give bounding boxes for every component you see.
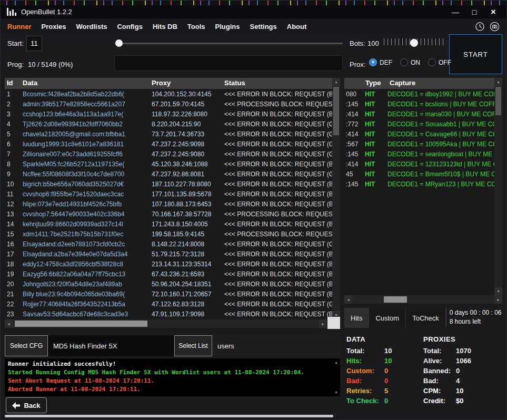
hits-col-blank[interactable]	[344, 78, 363, 89]
prox-option-label-off: OFF	[439, 59, 451, 66]
log-vertical-scrollbar[interactable]: ▲ ▼	[333, 358, 340, 396]
bots-slider-thumb[interactable]	[410, 39, 418, 47]
hits-scrollbar-thumb[interactable]	[495, 87, 501, 115]
log-scroll-up-arrow[interactable]: ▲	[332, 358, 340, 366]
radio-icon-off[interactable]	[428, 58, 436, 66]
menu-item-configs[interactable]: Configs	[117, 23, 142, 31]
results-row[interactable]: 12hlipe:073e7edd14931bf4526c75bfb107.180…	[5, 199, 332, 209]
menu-item-plugins[interactable]: Plugins	[215, 23, 240, 31]
hits-scroll-right-arrow[interactable]: ►	[494, 295, 502, 304]
menu-item-proxies[interactable]: Proxies	[42, 23, 66, 31]
results-hscrollbar-thumb[interactable]	[15, 321, 147, 327]
menu-item-settings[interactable]: Settings	[250, 23, 276, 31]
results-row[interactable]: 18eddy12:4758ca3df2856cbf538f28c8213.14.…	[5, 259, 332, 269]
menu-item-tools[interactable]: Tools	[187, 23, 205, 31]
hits-col-capture[interactable]: Capture	[387, 78, 494, 89]
results-vertical-scrollbar[interactable]: ▲ ▼	[332, 78, 340, 319]
results-col-id[interactable]: Id	[5, 78, 21, 89]
results-row[interactable]: 16Elsayadand:d2eeb7881073cfd0cb2c8.148.2…	[5, 239, 332, 249]
log-horizontal-scrollbar[interactable]	[5, 415, 333, 417]
tab-tocheck[interactable]: ToCheck	[406, 308, 446, 328]
hit-cell-capture: DECODE1 = dboy1992 | BUY ME COFFEE	[387, 91, 494, 98]
close-button[interactable]: ×	[486, 7, 500, 17]
hit-row[interactable]: :145HITDECODE1 = MRyan123 | BUY ME COFFE…	[344, 179, 494, 189]
results-row[interactable]: 8SparkleM05:fc26b52712a1197135e(45.120.3…	[5, 159, 332, 169]
hit-row[interactable]: :145HITDECODE1 = bcslions | BUY ME COFFE…	[344, 99, 494, 109]
tab-custom[interactable]: Custom	[369, 308, 406, 328]
hits-scroll-up-arrow[interactable]: ▲	[494, 78, 502, 86]
hit-row[interactable]: 080HITDECODE1 = dboy1992 | BUY ME COFFEE	[344, 89, 494, 99]
results-row[interactable]: 22Rojjer77:40684fa26f3643522413b5a47.122…	[5, 299, 332, 309]
radio-icon-on[interactable]	[400, 58, 408, 66]
select-cfg-button[interactable]: Select CFG	[5, 335, 48, 356]
hit-row[interactable]: :145HITDECODE1 = seanlongboat | BUY ME C…	[344, 149, 494, 159]
hit-row[interactable]: :414HITDECODE1 = 123123123td | BUY ME CO…	[344, 159, 494, 169]
hits-panel: TypeCapture 080HITDECODE1 = dboy1992 | B…	[344, 78, 502, 295]
menu-item-wordlists[interactable]: Wordlists	[76, 23, 107, 31]
menu-item-runner[interactable]: Runner	[7, 23, 32, 31]
prox-option-off[interactable]: OFF	[428, 58, 451, 66]
results-row[interactable]: 7Zillionaire007:e0c73add619255fcff647.23…	[5, 149, 332, 159]
bots-slider[interactable]	[384, 36, 444, 50]
hit-row[interactable]: :414HITDECODE1 = Csavage66 | BUY ME COFF…	[344, 129, 494, 139]
results-scrollbar-thumb[interactable]	[333, 87, 339, 135]
hits-horizontal-scrollbar[interactable]: ◄ ►	[344, 295, 502, 304]
results-row[interactable]: 9Ncffee:55f08608f3d3f10c4c7de870047.237.…	[5, 169, 332, 179]
results-row[interactable]: 2admin:39b5177e82858ecc5661a20767.201.59…	[5, 99, 332, 109]
scroll-left-arrow[interactable]: ◄	[5, 319, 13, 328]
results-row[interactable]: 6luudung1999:31c8e6101e7a83618147.237.2.…	[5, 139, 332, 149]
hit-row[interactable]: :414HITDECODE1 = maria030 | BUY ME COFFE…	[344, 109, 494, 119]
results-horizontal-scrollbar[interactable]: ◄ ►	[5, 319, 327, 328]
start-input[interactable]: 11	[26, 36, 42, 51]
prox-option-on[interactable]: ON	[400, 58, 420, 66]
clock-icon[interactable]	[474, 21, 485, 32]
cell-data: cvvshop7:56447e90033e402c336b4	[21, 211, 150, 218]
hit-row[interactable]: :772HITDECODE1 = Sosasabb1 | BUY ME COFF…	[344, 119, 494, 129]
hits-col-type[interactable]: Type	[363, 78, 387, 89]
radio-icon-def[interactable]	[369, 58, 377, 66]
stat-value-banned: 0	[456, 366, 460, 376]
hit-row[interactable]: :567HITDECODE1 = 100595Aka | BUY ME COFF…	[344, 139, 494, 149]
results-row[interactable]: 23Savsav53:5d64acbc67de68c3cad3e347.91.1…	[5, 309, 332, 319]
tab-hits[interactable]: Hits	[344, 308, 369, 328]
results-row[interactable]: 11cvvshop6:f955fbe73e1520daec3cac177.101…	[5, 189, 332, 199]
results-row[interactable]: 15xdm1411:7be2521fb75b15b731f0ec199.58.1…	[5, 229, 332, 239]
scroll-up-arrow[interactable]: ▲	[332, 78, 340, 86]
results-col-status[interactable]: Status	[222, 78, 332, 89]
back-button[interactable]: Back	[6, 397, 47, 413]
results-col-data[interactable]: Data	[21, 78, 150, 89]
stat-value-cpm: 10	[456, 386, 463, 396]
skip-slider[interactable]	[114, 39, 343, 47]
titlebar[interactable]: OpenBullet 1.2.2 — □ ×	[1, 5, 506, 18]
minimize-button[interactable]: —	[449, 7, 462, 17]
results-row[interactable]: 5chavela2182005@gmail.com:bfbba173.7.201…	[5, 129, 332, 139]
results-row[interactable]: 13cvvshop7:56447e90033e402c336b470.166.1…	[5, 209, 332, 219]
results-row[interactable]: 17Elsaydand:a2ba7e394e0e07da5d3a451.79.2…	[5, 249, 332, 259]
prox-option-def[interactable]: DEF	[369, 58, 392, 66]
select-list-button[interactable]: Select List	[174, 335, 212, 356]
scroll-right-arrow[interactable]: ►	[319, 319, 327, 328]
results-row[interactable]: 14kehnjtuu99:86602d09939ad327c14l171.243…	[5, 219, 332, 229]
menu-item-hits-db[interactable]: Hits DB	[153, 23, 177, 31]
results-row[interactable]: 21Billy blue23:9c4b094c065de03ba69(72.10…	[5, 289, 332, 299]
results-row[interactable]: 3ccshop123:b6e46a3a113a1aa917e(118.97.32…	[5, 109, 332, 119]
hits-vertical-scrollbar[interactable]: ▲ ▼	[494, 78, 502, 295]
menu-item-about[interactable]: About	[287, 23, 307, 31]
start-button[interactable]: START	[449, 34, 502, 74]
skip-slider-thumb[interactable]	[115, 39, 123, 47]
results-row[interactable]: 20Johngotti23:f20f0a54d8e23af489ab50.96.…	[5, 279, 332, 289]
maximize-button[interactable]: □	[468, 7, 481, 17]
hits-scroll-down-arrow[interactable]: ▼	[494, 287, 502, 295]
cell-data: xdm1411:7be2521fb75b15b731f0ec	[21, 231, 150, 238]
results-row[interactable]: 19Eazyg56:6b822a06a04a77ff75cbc1367.43.2…	[5, 269, 332, 279]
hits-hscrollbar-thumb[interactable]	[384, 296, 407, 303]
log-scroll-down-arrow[interactable]: ▼	[332, 388, 340, 396]
hits-scroll-left-arrow[interactable]: ◄	[344, 295, 352, 304]
results-row[interactable]: 10bigrich:b5be656a7060dd3525027d€187.110…	[5, 179, 332, 189]
camera-icon[interactable]	[489, 21, 500, 32]
results-col-proxy[interactable]: Proxy	[150, 78, 222, 89]
results-row[interactable]: 1Bcosmic:f428eaf2ba2b8d5ab22db6(104.200.…	[5, 89, 332, 99]
prox-option-label-on: ON	[411, 59, 420, 66]
results-row[interactable]: 4Tj2626:2d08e993941b2fdff7060bb28.220.20…	[5, 119, 332, 129]
hit-row[interactable]: 45HITDECODE1 = Bmwm5f10$ | BUY ME COFFE	[344, 169, 494, 179]
